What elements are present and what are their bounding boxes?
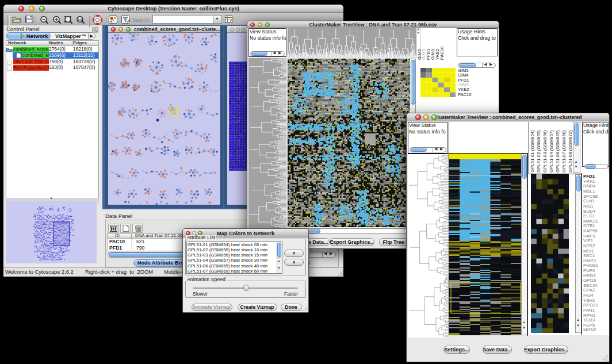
- svg-text:GPL51-06 (GSM865): GPL51-06 (GSM865): [555, 130, 560, 173]
- svg-text:1:1: 1:1: [78, 18, 82, 21]
- svg-text:GPL51-02 (GSM855): GPL51-02 (GSM855): [536, 130, 541, 173]
- svg-text:GPL51-04 (GSM857): GPL51-04 (GSM857): [549, 130, 554, 173]
- svg-text:GPL51-07 (GSM868): GPL51-07 (GSM868): [561, 130, 567, 173]
- svg-text:PAC10: PAC10: [439, 47, 445, 60]
- svg-text:GPL51-08 (GSM872): GPL51-08 (GSM872): [568, 130, 573, 173]
- svg-text:GPL51-03 (GSM856): GPL51-03 (GSM856): [542, 130, 548, 173]
- svg-text:GPL51-01 (GSM854): GPL51-01 (GSM854): [530, 130, 535, 173]
